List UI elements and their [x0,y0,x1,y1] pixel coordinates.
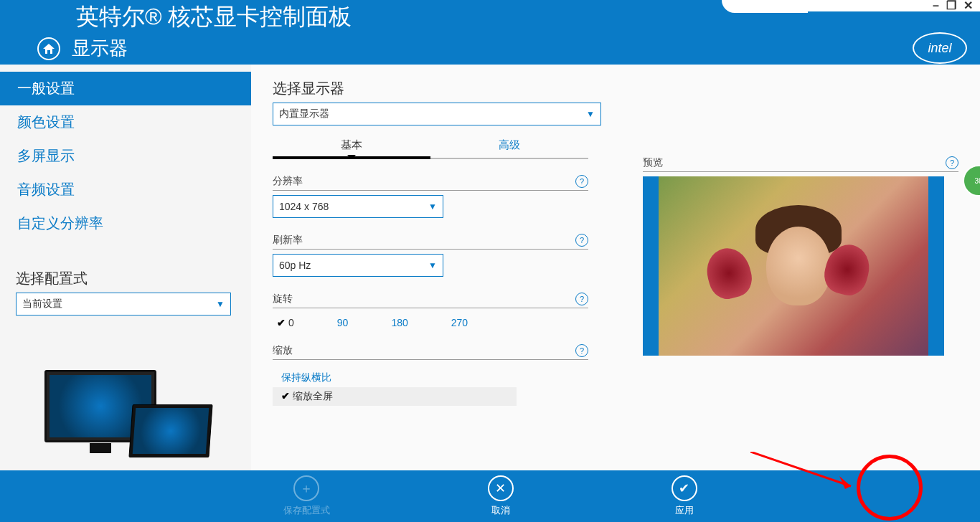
profile-select[interactable]: 当前设置 ▼ [16,293,231,315]
refresh-value: 60p Hz [279,260,311,271]
help-icon[interactable]: ? [946,156,958,169]
profile-value: 当前设置 [22,298,62,310]
help-icon[interactable]: ? [575,344,588,357]
close-icon: ✕ [488,475,514,501]
display-value: 内置显示器 [279,108,329,120]
preview-box [643,176,944,356]
badge-360[interactable]: 36 [963,165,980,196]
rotation-0[interactable]: 0 [277,317,294,328]
field-rotation: 旋转 ? 0 90 180 270 [273,293,588,328]
sidebar: 一般设置 颜色设置 多屏显示 音频设置 自定义分辨率 选择配置式 当前设置 ▼ [0,65,251,470]
chevron-down-icon: ▼ [586,109,595,119]
resolution-label: 分辨率 [273,175,303,188]
close-button[interactable]: ✕ [963,0,973,12]
home-icon[interactable] [37,37,60,60]
tab-advanced[interactable]: 高级 [430,138,588,159]
refresh-select[interactable]: 60p Hz ▼ [273,254,443,277]
display-select[interactable]: 内置显示器 ▼ [273,103,601,125]
rotation-270[interactable]: 270 [451,317,468,328]
check-icon: ✔ [672,475,697,501]
chevron-down-icon: ▼ [216,299,225,309]
save-profile-button: ＋ 保存配置式 [283,475,330,517]
scaling-fullscreen[interactable]: 缩放全屏 [273,387,517,406]
preview-panel: 预览 ? [643,156,958,356]
sidebar-item-color[interactable]: 颜色设置 [0,105,251,139]
profile-label: 选择配置式 [16,269,231,288]
rotation-180[interactable]: 180 [391,317,407,328]
section-title: 显示器 [72,36,128,61]
preview-image [659,176,928,356]
sidebar-item-audio[interactable]: 音频设置 [0,173,251,207]
select-display-label: 选择显示器 [273,79,958,98]
monitor-illustration [44,370,202,463]
resolution-select[interactable]: 1024 x 768 ▼ [273,195,443,218]
field-resolution: 分辨率 ? 1024 x 768 ▼ [273,175,588,218]
maximize-button[interactable]: ❐ [946,0,956,12]
rotation-90[interactable]: 90 [337,317,349,328]
refresh-label: 刷新率 [273,234,303,247]
rotation-label: 旋转 [273,293,293,305]
footer: ＋ 保存配置式 ✕ 取消 ✔ 应用 [0,470,980,522]
apply-button[interactable]: ✔ 应用 [672,475,697,517]
chevron-down-icon: ▼ [428,201,437,212]
field-scaling: 缩放 ? 保持纵横比 缩放全屏 [273,344,517,406]
help-icon[interactable]: ? [575,234,588,247]
intel-logo: intel [913,32,967,64]
scaling-label: 缩放 [273,344,293,357]
help-icon[interactable]: ? [575,293,588,305]
app-title: 英特尔® 核芯显卡控制面板 [76,1,352,33]
header: – ❐ ✕ 英特尔® 核芯显卡控制面板 显示器 intel [0,0,980,65]
sidebar-item-general[interactable]: 一般设置 [0,72,251,105]
tab-basic[interactable]: 基本 [273,138,430,159]
chevron-down-icon: ▼ [428,260,437,270]
plus-icon: ＋ [293,475,319,501]
settings-tabs: 基本 高级 [273,138,588,159]
sidebar-item-customres[interactable]: 自定义分辨率 [0,207,251,240]
scaling-keep-aspect[interactable]: 保持纵横比 [273,369,517,387]
main-panel: 选择显示器 内置显示器 ▼ 基本 高级 分辨率 ? 1024 x 768 ▼ [251,65,980,470]
resolution-value: 1024 x 768 [279,201,329,212]
cancel-button[interactable]: ✕ 取消 [488,475,514,517]
minimize-button[interactable]: – [933,0,939,12]
help-icon[interactable]: ? [575,175,588,188]
sidebar-item-multidisplay[interactable]: 多屏显示 [0,139,251,173]
preview-label: 预览 [643,156,663,169]
window-controls: – ❐ ✕ [933,0,973,12]
field-refresh: 刷新率 ? 60p Hz ▼ [273,234,588,277]
